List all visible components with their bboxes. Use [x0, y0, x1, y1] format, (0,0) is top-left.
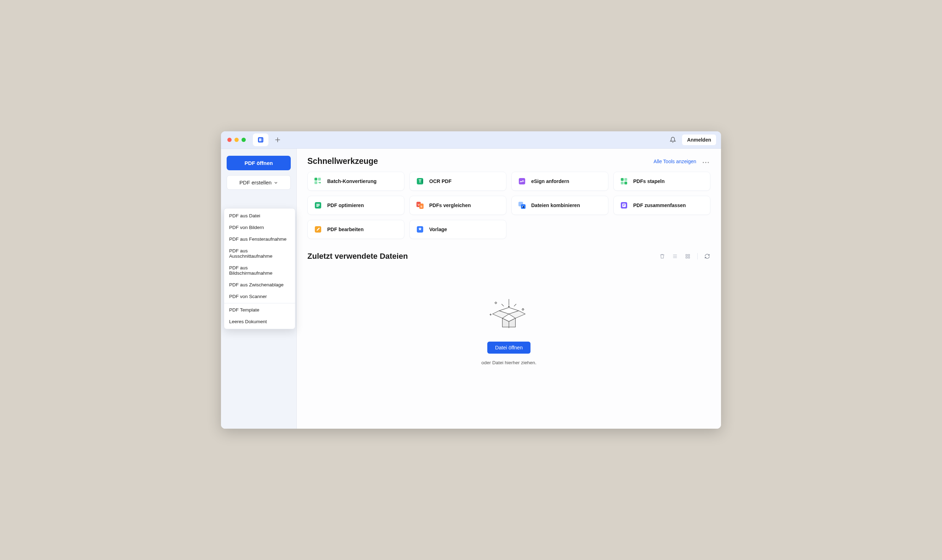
svg-rect-6: [314, 178, 317, 180]
compare-icon: VS: [416, 201, 425, 210]
svg-rect-11: [422, 180, 423, 183]
svg-rect-7: [318, 178, 321, 180]
tool-combine-files[interactable]: Dateien kombinieren: [511, 196, 608, 215]
svg-text:S: S: [420, 205, 422, 208]
grid-icon: [685, 254, 691, 259]
main-content: Schnellwerkzeuge Alle Tools anzeigen Bat…: [297, 149, 721, 429]
recent-empty-state: Datei öffnen oder Datei hierher ziehen.: [307, 268, 710, 365]
window-controls: [227, 138, 246, 142]
chevron-down-icon: [274, 180, 278, 185]
grid-view-button[interactable]: [685, 253, 691, 260]
empty-box-icon: [486, 293, 532, 335]
template-icon: [416, 225, 425, 234]
svg-rect-29: [688, 254, 690, 256]
batch-icon: [313, 177, 323, 186]
create-pdf-label: PDF erstellen: [239, 180, 272, 186]
menu-item-pdf-template[interactable]: PDF Template: [224, 304, 295, 316]
quicktools-more-button[interactable]: [701, 157, 710, 166]
svg-rect-25: [622, 203, 626, 207]
svg-rect-31: [688, 257, 690, 258]
titlebar: Anmelden: [221, 131, 721, 149]
menu-item-pdf-from-file[interactable]: PDF aus Datei: [224, 210, 295, 222]
svg-rect-1: [259, 138, 261, 141]
quicktools-grid: Batch-Konvertierung T OCR PDF eSign anfo…: [307, 172, 710, 239]
app-logo-icon: [257, 136, 264, 143]
tool-compare-pdfs[interactable]: VS PDFs vergleichen: [409, 196, 506, 215]
close-window-button[interactable]: [227, 138, 232, 142]
ocr-icon: T: [416, 177, 425, 186]
open-file-button[interactable]: Datei öffnen: [487, 342, 531, 354]
svg-rect-13: [621, 178, 623, 181]
open-pdf-button[interactable]: PDF öffnen: [227, 156, 291, 170]
tool-request-esign[interactable]: eSign anfordern: [511, 172, 608, 191]
tool-label: PDF optimieren: [327, 203, 364, 208]
tool-optimize-pdf[interactable]: PDF optimieren: [307, 196, 405, 215]
svg-rect-15: [621, 182, 623, 185]
recent-files-header: Zuletzt verwendete Dateien: [307, 252, 710, 261]
tool-label: PDFs vergleichen: [429, 203, 471, 208]
create-pdf-dropdown-button[interactable]: PDF erstellen: [227, 175, 291, 190]
menu-item-pdf-from-clipboard[interactable]: PDF aus Zwischenablage: [224, 279, 295, 291]
refresh-button[interactable]: [704, 253, 710, 260]
quicktools-header: Schnellwerkzeuge Alle Tools anzeigen: [307, 157, 710, 166]
svg-rect-28: [686, 254, 687, 256]
delete-button[interactable]: [659, 253, 665, 260]
svg-point-4: [705, 162, 706, 163]
tool-label: Dateien kombinieren: [531, 203, 580, 208]
home-tab[interactable]: [253, 134, 268, 146]
tool-label: OCR PDF: [429, 178, 451, 184]
menu-item-pdf-from-scanner[interactable]: PDF von Scanner: [224, 291, 295, 302]
plus-icon: [275, 137, 280, 143]
tool-stack-pdfs[interactable]: PDFs stapeln: [613, 172, 710, 191]
menu-item-pdf-from-window-capture[interactable]: PDF aus Fensteraufnahme: [224, 233, 295, 245]
tool-label: PDF zusammenfassen: [633, 203, 686, 208]
menu-item-pdf-from-selection-capture[interactable]: PDF aus Ausschnittaufnahme: [224, 245, 295, 262]
list-view-button[interactable]: [672, 253, 678, 260]
tool-summarize-pdf[interactable]: PDF zusammenfassen: [613, 196, 710, 215]
svg-rect-30: [686, 257, 687, 258]
maximize-window-button[interactable]: [242, 138, 246, 142]
new-tab-button[interactable]: [271, 134, 284, 146]
toolbar-separator: [697, 253, 698, 260]
svg-point-32: [508, 306, 509, 307]
recent-toolbar: [659, 253, 710, 260]
edit-icon: [313, 225, 323, 234]
tool-template[interactable]: Vorlage: [409, 220, 506, 239]
tool-ocr-pdf[interactable]: T OCR PDF: [409, 172, 506, 191]
svg-rect-8: [314, 181, 317, 184]
menu-item-blank-document[interactable]: Leeres Dokument: [224, 316, 295, 328]
menu-item-pdf-from-images[interactable]: PDF von Bildern: [224, 222, 295, 233]
summarize-icon: [619, 201, 629, 210]
tool-edit-pdf[interactable]: PDF bearbeiten: [307, 220, 405, 239]
menu-item-pdf-from-screen-capture[interactable]: PDF aus Bildschirmaufnahme: [224, 262, 295, 279]
login-button[interactable]: Anmelden: [682, 134, 716, 145]
tool-label: Batch-Konvertierung: [327, 178, 376, 184]
notifications-button[interactable]: [666, 134, 679, 146]
svg-point-5: [708, 162, 709, 163]
esign-icon: [517, 177, 526, 186]
combine-icon: [517, 201, 526, 210]
svg-point-3: [703, 162, 703, 163]
sidebar: PDF öffnen PDF erstellen PDF aus Datei P…: [221, 149, 297, 429]
trash-icon: [659, 254, 665, 259]
refresh-icon: [704, 254, 710, 259]
more-horizontal-icon: [703, 162, 709, 163]
quicktools-title: Schnellwerkzeuge: [307, 157, 378, 166]
show-all-tools-link[interactable]: Alle Tools anzeigen: [654, 158, 696, 164]
svg-rect-14: [624, 178, 627, 181]
svg-rect-2: [262, 138, 262, 141]
list-icon: [672, 254, 678, 259]
svg-rect-16: [624, 182, 627, 185]
drop-hint-text: oder Datei hierher ziehen.: [481, 360, 536, 365]
tool-batch-conversion[interactable]: Batch-Konvertierung: [307, 172, 405, 191]
create-pdf-menu: PDF aus Datei PDF von Bildern PDF aus Fe…: [224, 208, 296, 329]
minimize-window-button[interactable]: [234, 138, 239, 142]
svg-text:T: T: [419, 179, 422, 184]
tool-label: PDFs stapeln: [633, 178, 665, 184]
bell-icon: [670, 137, 676, 143]
optimize-icon: [313, 201, 323, 210]
tool-label: PDF bearbeiten: [327, 226, 364, 232]
tool-label: Vorlage: [429, 226, 447, 232]
menu-separator: [224, 303, 295, 303]
recent-files-title: Zuletzt verwendete Dateien: [307, 252, 408, 261]
